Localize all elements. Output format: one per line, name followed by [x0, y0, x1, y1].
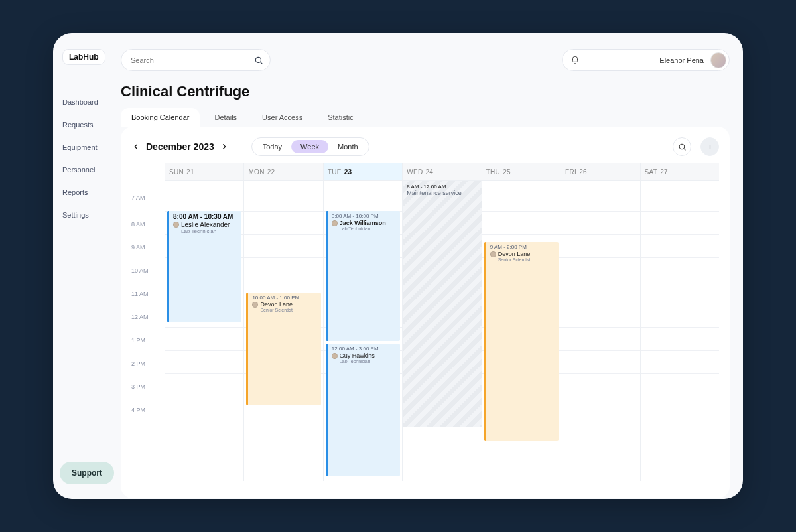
time-label: 7 AM — [131, 194, 159, 201]
sidebar-item-equipment[interactable]: Equipment — [62, 143, 121, 151]
range-week[interactable]: Week — [291, 140, 328, 153]
search-input-wrapper[interactable] — [121, 49, 271, 71]
prev-month-icon[interactable] — [131, 142, 141, 151]
logo: LabHub — [62, 49, 105, 65]
avatar — [710, 52, 726, 68]
day-col-sat[interactable]: SAT27 — [640, 163, 719, 481]
calendar-add-button[interactable] — [700, 137, 719, 156]
person-icon — [332, 220, 338, 226]
calendar-card: December 2023 Today Week Month — [121, 127, 730, 498]
time-column: 7 AM 8 AM 9 AM 10 AM 11 AM 12 AM 1 PM 2 … — [131, 163, 165, 481]
sidebar-item-requests[interactable]: Requests — [62, 121, 121, 129]
svg-point-0 — [255, 57, 261, 62]
tab-statistic[interactable]: Statistic — [317, 108, 364, 127]
day-header: WED24 — [403, 163, 481, 181]
day-header: TUE23 — [324, 163, 402, 181]
time-label: 3 PM — [131, 383, 159, 390]
event-tue-jack[interactable]: 8:00 AM - 10:00 PM Jack Williamson Lab T… — [326, 211, 400, 341]
day-col-fri[interactable]: FRI26 — [561, 163, 639, 481]
day-col-wed[interactable]: WED24 8 AM - 12:00 AM Maintenance servic… — [402, 163, 481, 481]
search-icon — [254, 56, 263, 65]
app-window: LabHub Dashboard Requests Equipment Pers… — [53, 33, 743, 499]
plus-icon — [706, 143, 714, 151]
month-label: December 2023 — [146, 141, 214, 152]
time-label: 10 AM — [131, 267, 159, 274]
day-header: SUN21 — [165, 163, 243, 181]
tab-details[interactable]: Details — [204, 108, 247, 127]
person-icon — [490, 251, 496, 257]
day-header: SAT27 — [641, 163, 719, 181]
event-wed-maintenance[interactable]: 8 AM - 12:00 AM Maintenance service — [403, 181, 481, 427]
sidebar-item-personnel[interactable]: Personnel — [62, 166, 121, 174]
sidebar-nav: Dashboard Requests Equipment Personnel R… — [53, 98, 121, 219]
event-tue-guy[interactable]: 12:00 AM - 3:00 PM Guy Hawkins Lab Techn… — [326, 344, 400, 476]
tab-booking-calendar[interactable]: Booking Calendar — [121, 108, 200, 127]
event-sun-leslie[interactable]: 8:00 AM - 10:30 AM Leslie Alexander Lab … — [167, 211, 241, 322]
svg-line-3 — [683, 148, 685, 149]
search-icon — [678, 143, 687, 151]
sidebar-item-dashboard[interactable]: Dashboard — [62, 98, 121, 106]
day-col-sun[interactable]: SUN21 8:00 AM - 10:30 AM Leslie Alexande… — [165, 163, 243, 481]
time-label: 2 PM — [131, 360, 159, 367]
header-row: Eleanor Pena — [121, 49, 730, 71]
time-label: 12 AM — [131, 314, 159, 320]
support-button[interactable]: Support — [60, 462, 114, 484]
day-header: THU25 — [482, 163, 561, 181]
day-col-tue[interactable]: TUE23 8:00 AM - 10:00 PM Jack Williamson… — [323, 163, 402, 481]
time-label: 11 AM — [131, 291, 159, 297]
tabs: Booking Calendar Details User Access Sta… — [121, 108, 730, 127]
day-header: FRI26 — [561, 163, 639, 181]
user-pill[interactable]: Eleanor Pena — [562, 49, 730, 71]
time-label: 9 AM — [131, 244, 159, 251]
range-month[interactable]: Month — [328, 140, 367, 153]
calendar-toolbar: December 2023 Today Week Month — [131, 137, 719, 156]
range-today[interactable]: Today — [253, 140, 291, 153]
time-label: 4 PM — [131, 407, 159, 413]
next-month-icon[interactable] — [220, 142, 229, 151]
month-nav: December 2023 — [131, 141, 229, 152]
user-name: Eleanor Pena — [659, 56, 704, 64]
range-switch: Today Week Month — [251, 137, 369, 156]
svg-line-1 — [261, 62, 263, 64]
search-input[interactable] — [131, 56, 254, 64]
day-col-mon[interactable]: MON22 10:00 AM - 1:00 PM Devon Lane Seni… — [243, 163, 322, 481]
svg-point-2 — [679, 144, 685, 149]
tab-user-access[interactable]: User Access — [251, 108, 313, 127]
sidebar-item-reports[interactable]: Reports — [62, 188, 121, 196]
person-icon — [332, 353, 338, 359]
time-label: 8 AM — [131, 221, 159, 228]
day-col-thu[interactable]: THU25 9 AM - 2:00 PM Devon Lane Senior S… — [482, 163, 561, 481]
day-header: MON22 — [244, 163, 322, 181]
event-mon-devon[interactable]: 10:00 AM - 1:00 PM Devon Lane Senior Sci… — [246, 293, 320, 405]
sidebar: LabHub Dashboard Requests Equipment Pers… — [53, 33, 121, 499]
event-thu-devon[interactable]: 9 AM - 2:00 PM Devon Lane Senior Scienti… — [484, 242, 559, 441]
calendar-grid: 7 AM 8 AM 9 AM 10 AM 11 AM 12 AM 1 PM 2 … — [131, 163, 719, 481]
calendar-search-button[interactable] — [673, 137, 691, 156]
day-columns: SUN21 8:00 AM - 10:30 AM Leslie Alexande… — [165, 163, 719, 481]
time-label: 1 PM — [131, 337, 159, 344]
main: Eleanor Pena Clinical Centrifuge Booking… — [121, 33, 743, 499]
person-icon — [173, 222, 179, 228]
page-title: Clinical Centrifuge — [121, 83, 730, 100]
sidebar-item-settings[interactable]: Settings — [62, 211, 121, 219]
person-icon — [252, 302, 258, 308]
bell-icon[interactable] — [570, 56, 580, 65]
